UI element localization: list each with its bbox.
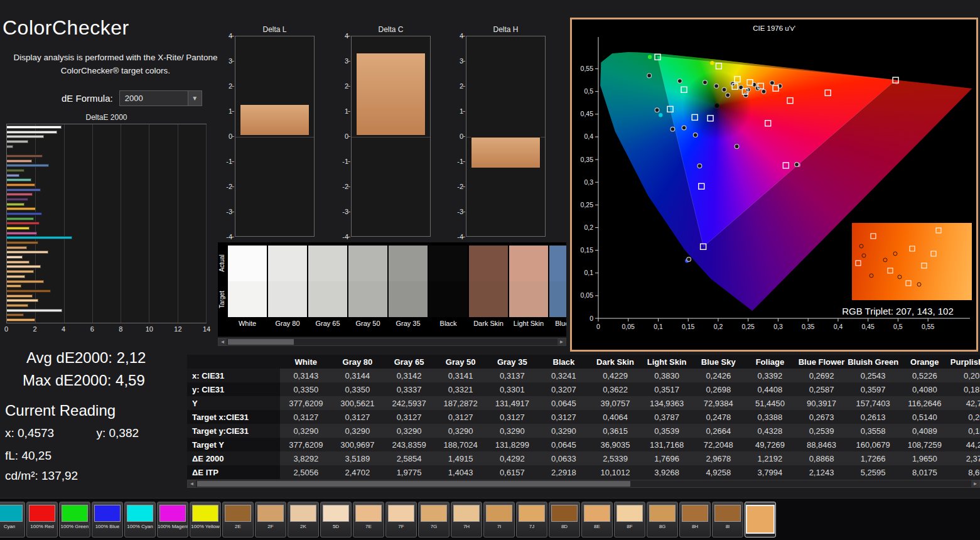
pattern-button-7g[interactable]: 7G	[418, 502, 450, 537]
formula-label: dE Formula:	[62, 93, 113, 104]
pattern-button-8d[interactable]: 8D	[549, 502, 580, 537]
pattern-swatch	[388, 505, 414, 522]
scroll-left-icon[interactable]: ◄	[218, 338, 227, 345]
scrollbar-thumb[interactable]	[228, 339, 294, 345]
pattern-button-100-red[interactable]: 100% Red	[26, 502, 58, 537]
target-color	[268, 281, 307, 317]
table-cell: 1,7696	[641, 451, 692, 465]
deltae-bar	[7, 232, 37, 235]
axis-tick-label: 0,55	[922, 323, 935, 330]
table-scrollbar[interactable]: ◄ ►	[187, 480, 980, 488]
pattern-label: 7E	[365, 524, 372, 529]
pattern-button-5d[interactable]: 5D	[320, 502, 352, 537]
pattern-button-7h[interactable]: 7H	[451, 502, 482, 537]
table-row: y: CIE310,33500,33500,33370,33210,33010,…	[187, 382, 980, 396]
table-cell: 0,8868	[795, 451, 847, 465]
axis-tick-label: 0,3	[584, 178, 593, 186]
table-cell: 0,3558	[848, 424, 899, 438]
deltae-bar	[7, 246, 27, 249]
swatch-row: WhiteGray 80Gray 65Gray 50Gray 35BlackDa…	[228, 246, 566, 327]
table-cell: 0,2539	[795, 424, 847, 438]
measured-point-marker	[670, 127, 675, 131]
pattern-button-2e[interactable]: 2E	[222, 502, 254, 537]
table-cell: 44,29	[950, 438, 980, 451]
cie-zoom-inset	[852, 223, 972, 300]
table-cell: 2,9678	[692, 451, 744, 465]
pattern-button-100-green[interactable]: 100% Green	[59, 502, 90, 537]
axis-tick-label: -4	[218, 233, 232, 240]
deltae-bar	[7, 241, 38, 244]
pattern-button-100-magenta[interactable]: 100% Magenta	[157, 502, 188, 537]
color-swatch-gray-65: Gray 65	[308, 246, 347, 327]
pattern-button-8e[interactable]: 8E	[581, 502, 613, 537]
pattern-button-2k[interactable]: 2K	[288, 502, 319, 537]
axis-tick-label: 4	[335, 32, 348, 40]
table-cell: 0,3392	[744, 369, 795, 382]
deltae-bar	[7, 299, 38, 302]
table-cell: 0,3290	[435, 424, 487, 438]
target-square-marker	[787, 98, 793, 104]
pattern-button-cyan[interactable]: Cyan	[0, 502, 25, 537]
pattern-button-8i[interactable]: 8I	[712, 502, 743, 537]
axis-tick-label: -4	[450, 233, 463, 240]
table-cell: 0,3597	[848, 382, 899, 396]
pattern-button-7f[interactable]: 7F	[385, 502, 417, 537]
scroll-right-icon[interactable]: ►	[557, 338, 566, 345]
table-cell: 1,2192	[744, 451, 795, 465]
table-cell: 0,1875	[950, 382, 980, 396]
axis-tick-label: 1	[218, 107, 232, 115]
pattern-label: 100% Magenta	[158, 524, 188, 529]
pattern-label: 8H	[692, 524, 698, 529]
pattern-button-8j[interactable]: 8J	[745, 502, 776, 537]
table-cell: 8,69	[950, 465, 980, 479]
axis-tick-label: 2	[218, 82, 232, 90]
pattern-button-7i[interactable]: 7I	[483, 502, 515, 537]
pattern-button-100-blue[interactable]: 100% Blue	[92, 502, 123, 537]
pattern-button-2f[interactable]: 2F	[255, 502, 286, 537]
table-cell: 243,8359	[383, 438, 434, 451]
axis-tick-label: 0,05	[581, 291, 594, 299]
scrollbar-thumb[interactable]	[197, 481, 630, 487]
measured-point-marker	[682, 126, 686, 130]
scroll-right-icon[interactable]: ►	[971, 480, 979, 487]
pattern-button-100-cyan[interactable]: 100% Cyan	[124, 502, 156, 537]
table-cell: 131,4917	[487, 396, 538, 410]
table-cell: 300,5621	[331, 396, 383, 410]
table-row: Target Y377,6209300,9697243,8359188,7024…	[187, 438, 980, 451]
pattern-button-7j[interactable]: 7J	[516, 502, 547, 537]
pattern-swatch	[421, 505, 447, 522]
de-formula-dropdown[interactable]: 2000 ▼	[119, 90, 202, 106]
measured-point-marker	[655, 108, 659, 112]
table-cell: 0,4328	[744, 424, 795, 438]
axis-tick-label: 14	[203, 325, 210, 333]
pattern-swatch	[159, 505, 186, 522]
table-cell: 1,7266	[848, 451, 899, 465]
table-cell: 242,5937	[383, 396, 434, 410]
table-cell: 0,3290	[331, 424, 383, 438]
pattern-button-8g[interactable]: 8G	[647, 502, 678, 537]
delta-c-chart: Delta C43210-1-2-3-4	[332, 25, 434, 256]
axis-tick-label: 2	[335, 82, 348, 90]
axis-tick-label: -2	[335, 183, 348, 190]
table-cell: 72,9384	[692, 396, 744, 410]
table-cell: 300,9697	[331, 438, 383, 451]
table-cell: 0,2692	[795, 369, 847, 382]
pattern-button-7e[interactable]: 7E	[353, 502, 384, 537]
axis-tick-label: 0,35	[802, 323, 815, 330]
pattern-button-8h[interactable]: 8H	[679, 502, 711, 537]
gridline	[206, 124, 207, 323]
swatch-scrollbar[interactable]: ◄ ►	[218, 338, 566, 346]
actual-color	[469, 246, 508, 281]
pattern-button-8f[interactable]: 8F	[614, 502, 645, 537]
pattern-swatch	[453, 505, 480, 522]
axis-tick-label: 0,1	[654, 323, 663, 330]
pattern-button-100-yellow[interactable]: 100% Yellow	[190, 502, 221, 537]
table-cell: 88,8463	[795, 438, 847, 451]
axis-tick-label: 0,55	[581, 65, 594, 72]
column-header: Light Skin	[641, 355, 692, 369]
pattern-label: 100% Yellow	[191, 524, 219, 529]
scroll-left-icon[interactable]: ◄	[188, 480, 196, 487]
column-header: Orange	[899, 355, 950, 369]
chart-title: Delta H	[466, 25, 546, 34]
pattern-swatch	[617, 505, 643, 522]
